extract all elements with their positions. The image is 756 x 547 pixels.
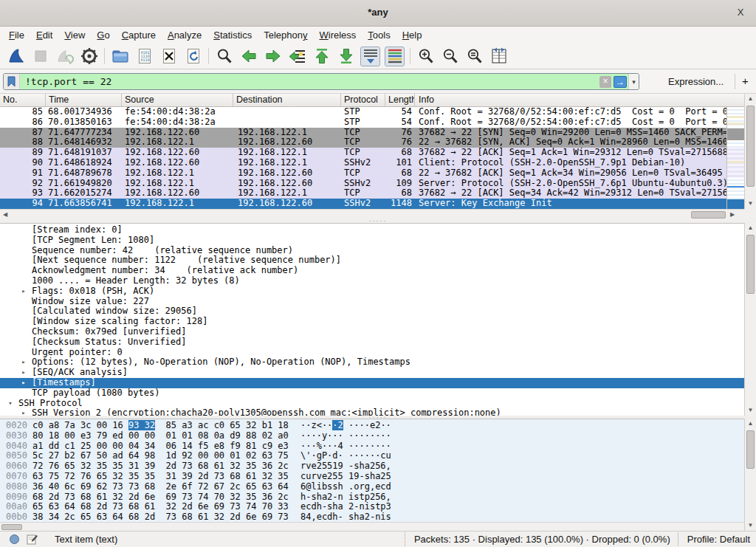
status-profile[interactable]: Profile: Default [678,532,756,546]
expander-collapsed-icon[interactable]: ▸ [19,357,28,368]
detail-line[interactable]: Sequence number: 42 (relative sequence n… [0,246,744,256]
detail-line[interactable]: [Checksum Status: Unverified] [0,337,744,348]
detail-line[interactable]: ▸[SEQ/ACK analysis] [0,368,744,378]
hex-row-0040[interactable]: 0040a1 dd c1 25 00 00 04 34 06 14 f5 e8 … [0,441,744,452]
menu-tools[interactable]: Tools [362,28,396,42]
auto-scroll-icon[interactable] [360,47,380,66]
column-header-no[interactable]: No. [0,94,46,106]
detail-line[interactable]: [Calculated window size: 29056] [0,306,744,317]
go-back-icon[interactable] [238,47,258,66]
expander-collapsed-icon[interactable]: ▸ [19,378,28,388]
hex-bytes[interactable]: 68 2d 73 68 61 32 2d 6e 69 73 74 70 32 3… [32,492,289,503]
save-file-icon[interactable]: 010111100110 [134,47,154,66]
bytes-hscroll-thumb[interactable] [1,524,22,530]
close-window-button[interactable]: X [734,7,747,18]
menu-edit[interactable]: Edit [30,28,58,42]
scroll-right-icon[interactable]: ▶ [728,210,737,219]
packet-row-93[interactable]: 9371.662015274192.168.122.60192.168.122.… [0,188,726,199]
scroll-up-icon[interactable]: ▲ [745,223,756,233]
expression-button[interactable]: Expression... [668,76,724,87]
scroll-down-icon[interactable]: ▼ [745,405,756,416]
zoom-in-icon[interactable] [416,47,436,66]
hex-ascii[interactable]: ····y··· ········ [300,431,391,441]
hex-ascii[interactable]: 84,ecdh- sha2-nis [300,512,391,522]
menu-view[interactable]: View [58,28,91,42]
column-header-length[interactable]: Length [385,94,415,106]
hex-ascii[interactable]: ecdh-sha 2-nistp3 [300,502,391,512]
zoom-out-icon[interactable] [440,47,460,66]
packet-row-91[interactable]: 9171.648789678192.168.122.1192.168.122.6… [0,168,726,179]
hex-ascii[interactable]: \'·gP·d· ······cu [300,451,391,461]
detail-line[interactable]: [Stream index: 0] [0,225,744,235]
go-forward-icon[interactable] [263,47,283,66]
capture-options-icon[interactable] [79,47,99,66]
hex-ascii[interactable]: curve255 19-sha25 [300,472,391,482]
menu-statistics[interactable]: Statistics [207,28,258,42]
column-header-destination[interactable]: Destination [233,94,341,106]
packet-row-87[interactable]: 8771.647777234192.168.122.60192.168.122.… [0,128,726,138]
detail-line[interactable]: TCP payload (1080 bytes) [0,388,744,399]
hex-bytes[interactable]: a1 dd c1 25 00 00 04 34 06 14 f5 e8 f9 8… [32,441,289,452]
detail-line[interactable]: Checksum: 0x79ed [unverified] [0,327,744,337]
filter-apply-button[interactable]: → [614,76,627,88]
menu-help[interactable]: Help [396,28,428,42]
filter-text[interactable]: !tcp.port == 22 [20,76,599,87]
packet-list[interactable]: 8568.001734936fe:54:00:d4:38:2aSTP54Conf… [0,107,726,209]
hex-row-00b0[interactable]: 00b038 34 2c 65 63 64 68 2d 73 68 61 32 … [0,512,744,522]
resize-columns-icon[interactable] [489,47,509,66]
hex-bytes[interactable]: 5c 27 b2 67 50 ad 64 98 1d 92 00 00 01 0… [32,451,289,461]
bytes-vscrollbar[interactable]: ▲ ▼ [744,419,756,531]
packet-row-92[interactable]: 9271.661949820192.168.122.1192.168.122.6… [0,179,726,189]
detail-line[interactable]: ▸Flags: 0x018 (PSH, ACK) [0,286,744,297]
scroll-down-icon[interactable]: ▼ [745,520,756,531]
packet-details-pane[interactable]: [Stream index: 0] [TCP Segment Len: 1080… [0,223,744,416]
packet-row-88[interactable]: 8871.648146932192.168.122.1192.168.122.6… [0,137,726,148]
scroll-up-icon[interactable]: ▲ [745,94,756,104]
packet-list-hscroll-thumb[interactable] [691,211,726,219]
hex-row-0060[interactable]: 006072 76 65 32 35 35 31 39 2d 73 68 61 … [0,461,744,472]
hex-row-0030[interactable]: 003080 18 00 e3 79 ed 00 00 01 01 08 0a … [0,431,744,441]
hex-ascii[interactable]: ··z<···2 ····e2·· [300,421,391,431]
packet-row-89[interactable]: 8971.648191037192.168.122.60192.168.122.… [0,148,726,158]
detail-line[interactable]: [TCP Segment Len: 1080] [0,235,744,246]
hex-bytes[interactable]: 72 76 65 32 35 35 31 39 2d 73 68 61 32 3… [32,461,289,472]
expander-collapsed-icon[interactable]: ▸ [19,286,28,297]
hex-bytes[interactable]: 65 63 64 68 2d 73 68 61 32 2d 6e 69 73 7… [32,502,289,512]
packet-row-90[interactable]: 9071.648618924192.168.122.60192.168.122.… [0,158,726,168]
packet-row-86[interactable]: 8670.013850163fe:54:00:d4:38:2aSTP54Conf… [0,117,726,128]
expert-info-icon[interactable] [9,534,20,545]
find-packet-icon[interactable] [214,47,234,66]
open-file-icon[interactable] [110,47,130,66]
hex-ascii[interactable]: rve25519 -sha256, [300,461,391,472]
hex-bytes[interactable]: c0 a8 7a 3c 00 16 93 32 85 a3 ac c0 65 3… [32,421,289,431]
expander-collapsed-icon[interactable]: ▸ [19,368,28,378]
scroll-left-icon[interactable]: ◀ [1,210,10,219]
expander-collapsed-icon[interactable]: ▸ [19,408,28,416]
detail-line[interactable]: 1000 .... = Header Length: 32 bytes (8) [0,276,744,286]
filter-add-button[interactable]: + [742,75,749,87]
filter-bookmark-icon[interactable] [4,74,20,89]
column-header-source[interactable]: Source [122,94,233,106]
menu-wireless[interactable]: Wireless [314,28,362,42]
hex-bytes[interactable]: 63 75 72 76 65 32 35 35 31 39 2d 73 68 6… [32,472,289,482]
detail-line[interactable]: Acknowledgment number: 34 (relative ack … [0,266,744,276]
detail-line[interactable]: [Window size scaling factor: 128] [0,317,744,327]
hex-row-0020[interactable]: 0020c0 a8 7a 3c 00 16 93 32 85 a3 ac c0 … [0,421,744,431]
close-file-icon[interactable] [159,47,179,66]
hex-row-0090[interactable]: 009068 2d 73 68 61 32 2d 6e 69 73 74 70 … [0,492,744,503]
menu-go[interactable]: Go [91,28,115,42]
detail-line[interactable]: Urgent pointer: 0 [0,348,744,358]
filter-dropdown-caret[interactable]: ▾ [628,74,639,89]
hex-row-0050[interactable]: 00505c 27 b2 67 50 ad 64 98 1d 92 00 00 … [0,451,744,461]
packet-row-94[interactable]: 9471.663856741192.168.122.1192.168.122.6… [0,199,726,209]
reload-file-icon[interactable] [183,47,203,66]
hex-ascii[interactable]: ···%···4 ········ [300,441,391,452]
zoom-100-icon[interactable] [464,47,484,66]
menu-telephony[interactable]: Telephony [258,28,313,42]
detail-line[interactable]: ▾SSH Protocol [0,399,744,409]
capture-comment-icon[interactable] [27,534,38,545]
go-to-packet-icon[interactable] [287,47,307,66]
bytes-hscrollbar[interactable] [0,522,744,531]
go-to-top-icon[interactable] [312,47,331,66]
packet-list-header[interactable]: No.TimeSourceDestinationProtocolLengthIn… [0,94,744,107]
